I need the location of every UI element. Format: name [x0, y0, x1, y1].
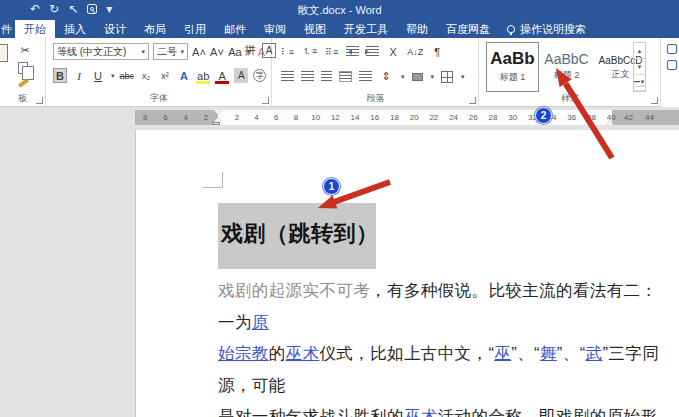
tell-me-search[interactable]: 操作说明搜索: [499, 20, 594, 38]
tab-布局[interactable]: 布局: [135, 20, 175, 38]
hyperlink[interactable]: 原: [252, 313, 269, 331]
tab-邮件[interactable]: 邮件: [215, 20, 255, 38]
multilevel-list-icon[interactable]: ⠿≡: [325, 44, 339, 59]
ribbon-tab-bar: 件 开始插入设计布局引用邮件审阅视图开发工具帮助百度网盘 操作说明搜索: [0, 20, 679, 38]
chevron-down-icon: ▾: [180, 48, 184, 56]
styles-scroll-down-icon[interactable]: ▼: [634, 59, 645, 75]
style-card-标题 1[interactable]: AaBb标题 1: [486, 42, 539, 92]
shrink-font-icon[interactable]: A˅: [210, 44, 224, 59]
ruler-number: 14: [345, 113, 365, 122]
find-icon[interactable]: [667, 44, 677, 54]
text-line: 是对一种乞求战斗胜利的巫术活动的合称，即戏剧的原始形态。另一: [218, 401, 673, 417]
copy-icon[interactable]: [18, 62, 28, 74]
document-body-text[interactable]: 戏剧的起源实不可考，有多种假说。比较主流的看法有二：一为原始宗教的巫术仪式，比如…: [218, 275, 673, 417]
ruler-number: 34: [542, 113, 562, 122]
style-name: 标题 2: [540, 69, 593, 82]
hyperlink[interactable]: 武: [586, 344, 603, 362]
align-center-icon[interactable]: [301, 71, 314, 82]
styles-dialog-launcher[interactable]: [651, 97, 658, 104]
ruler-number: 18: [385, 113, 405, 122]
font-size-combo[interactable]: 二号 ▾: [153, 43, 188, 60]
right-indent-marker[interactable]: [606, 120, 614, 125]
ruler-number: 44: [639, 113, 660, 122]
text-line: 始宗教的巫术仪式，比如上古中文，“巫”、“舞”、“武”三字同源，可能: [218, 338, 673, 401]
chevron-down-icon: ▾: [141, 48, 145, 56]
align-right-icon[interactable]: [321, 71, 332, 82]
tab-帮助[interactable]: 帮助: [397, 20, 437, 38]
font-color-glyph: A: [219, 71, 226, 81]
tab-视图[interactable]: 视图: [295, 20, 335, 38]
font-name-combo[interactable]: 等线 (中文正文) ▾: [53, 43, 149, 60]
tab-插入[interactable]: 插入: [55, 20, 95, 38]
font-dialog-launcher[interactable]: [262, 97, 269, 104]
hyperlink[interactable]: 巫术: [404, 407, 438, 417]
justify-icon[interactable]: [339, 71, 352, 82]
tab-百度网盘[interactable]: 百度网盘: [437, 20, 499, 38]
horizontal-ruler[interactable]: 8642 24681012141618202224262830323436384…: [135, 110, 679, 125]
styles-gallery-more-icon[interactable]: ▼: [634, 75, 645, 91]
font-group-label: 字体: [47, 92, 271, 105]
tab-审阅[interactable]: 审阅: [255, 20, 295, 38]
style-card-标题 2[interactable]: AaBbC标题 2: [540, 42, 593, 92]
hyperlink[interactable]: 始宗教: [218, 344, 269, 362]
numbered-list-icon[interactable]: ⒈≡: [302, 44, 318, 59]
hyperlink[interactable]: 舞: [540, 344, 557, 362]
show-marks-icon[interactable]: ¶: [430, 44, 444, 59]
first-line-indent-marker[interactable]: [214, 110, 222, 115]
underline-button[interactable]: U: [91, 68, 105, 83]
paste-icon[interactable]: [0, 44, 8, 62]
hyperlink[interactable]: 巫术: [286, 344, 320, 362]
asian-layout-icon[interactable]: X: [386, 44, 400, 59]
increase-indent-icon[interactable]: [366, 46, 379, 57]
styles-scroll-up-icon[interactable]: ▲: [634, 43, 645, 59]
borders-icon[interactable]: [441, 71, 453, 83]
paragraph-dialog-launcher[interactable]: [469, 97, 476, 104]
document-heading[interactable]: 戏剧（跳转到）: [221, 219, 379, 249]
ruler-number: 8: [135, 113, 155, 122]
chevron-down-icon: ▾: [111, 72, 115, 80]
ruler-number: 32: [523, 113, 543, 122]
cut-icon[interactable]: ✂: [18, 43, 32, 58]
ruler-right-margin-numbers: 4244: [618, 110, 660, 125]
phonetic-guide-icon[interactable]: 拼: [243, 43, 257, 58]
line-spacing-icon[interactable]: ⇕: [379, 69, 393, 84]
styles-gallery-scrollbar: ▲ ▼ ▼: [633, 42, 646, 92]
align-left-icon[interactable]: [281, 71, 294, 82]
italic-button[interactable]: I: [72, 68, 86, 83]
margin-crop-mark: [203, 172, 223, 188]
tab-引用[interactable]: 引用: [175, 20, 215, 38]
bullet-list-icon[interactable]: ⠇≡: [281, 44, 295, 59]
tab-设计[interactable]: 设计: [95, 20, 135, 38]
format-painter-icon[interactable]: [18, 78, 29, 88]
strikethrough-button[interactable]: abc: [120, 68, 135, 83]
shading-icon[interactable]: [412, 73, 423, 81]
font-name-value: 等线 (中文正文): [57, 45, 126, 59]
left-indent-marker[interactable]: [212, 122, 220, 125]
decrease-indent-icon[interactable]: [346, 46, 359, 57]
highlight-color-icon[interactable]: ab: [196, 68, 210, 83]
tab-开始[interactable]: 开始: [15, 20, 55, 38]
text-effects-icon[interactable]: A: [177, 68, 191, 83]
tab-file-partial[interactable]: 件: [0, 20, 15, 38]
text-run: ”、“: [557, 344, 586, 362]
hyperlink[interactable]: 巫: [494, 344, 511, 362]
ruler-number: 24: [444, 113, 464, 122]
subscript-button[interactable]: x₂: [139, 68, 153, 83]
lightbulb-icon: [507, 25, 515, 33]
bold-button[interactable]: B: [53, 68, 67, 83]
distribute-icon[interactable]: [359, 71, 372, 82]
sort-icon[interactable]: A↓Z: [407, 44, 423, 59]
clipboard-dialog-launcher[interactable]: [36, 97, 43, 104]
tab-开发工具[interactable]: 开发工具: [335, 20, 397, 38]
ruler-number: 28: [483, 113, 503, 122]
superscript-button[interactable]: x²: [158, 68, 172, 83]
title-bar: ↶ ↻ ↖ ▾ 散文.docx - Word: [0, 0, 679, 20]
text-run: 戏剧的起源实不可考: [218, 281, 370, 299]
change-case-icon[interactable]: Aa: [228, 44, 242, 59]
tell-me-label: 操作说明搜索: [520, 22, 586, 37]
character-shading-icon[interactable]: A: [234, 68, 248, 83]
enclose-characters-icon[interactable]: 字: [253, 69, 266, 82]
grow-font-icon[interactable]: A˄: [192, 44, 206, 59]
replace-icon[interactable]: [667, 60, 677, 70]
font-color-icon[interactable]: A: [215, 68, 229, 83]
